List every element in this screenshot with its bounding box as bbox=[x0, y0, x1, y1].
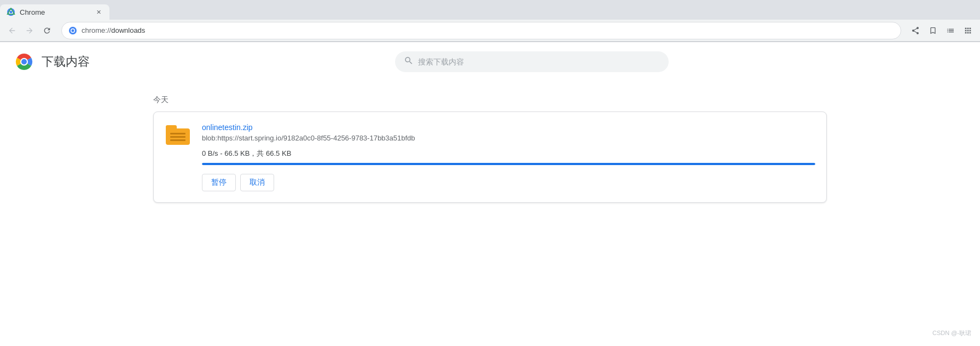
download-filename[interactable]: onlinetestin.zip bbox=[202, 123, 815, 132]
url-path: downloads bbox=[111, 26, 145, 34]
url-scheme: chrome:// bbox=[82, 26, 111, 34]
download-url: blob:https://start.spring.io/9182a0c0-8f… bbox=[202, 134, 815, 142]
download-card: onlinetestin.zip blob:https://start.spri… bbox=[153, 112, 827, 203]
reading-list-button[interactable] bbox=[943, 23, 958, 38]
cancel-button[interactable]: 取消 bbox=[240, 174, 274, 191]
search-icon bbox=[404, 56, 414, 68]
nav-bar: chrome://downloads bbox=[0, 20, 980, 42]
share-icon bbox=[911, 26, 920, 35]
tab-close-button[interactable]: ✕ bbox=[94, 8, 103, 16]
toolbar-icons bbox=[908, 23, 976, 38]
section-today-heading: 今天 bbox=[153, 95, 827, 105]
forward-icon bbox=[25, 26, 34, 35]
reload-icon bbox=[43, 26, 51, 35]
download-info: onlinetestin.zip blob:https://start.spri… bbox=[202, 123, 815, 191]
browser-chrome: Chrome ✕ bbox=[0, 0, 980, 42]
page-header: 下载内容 bbox=[0, 42, 980, 82]
page-content: 下载内容 今天 bbox=[0, 42, 980, 346]
search-input[interactable] bbox=[418, 57, 660, 66]
download-progress-text: 0 B/s - 66.5 KB，共 66.5 KB bbox=[202, 149, 815, 159]
bookmark-icon bbox=[929, 26, 937, 35]
download-actions: 暂停 取消 bbox=[202, 174, 815, 191]
progress-bar-fill bbox=[202, 163, 815, 165]
bookmark-button[interactable] bbox=[925, 23, 941, 38]
svg-point-7 bbox=[21, 59, 27, 64]
back-button[interactable] bbox=[4, 23, 20, 38]
watermark: CSDN @-耿珺 bbox=[932, 329, 971, 337]
share-button[interactable] bbox=[908, 23, 923, 38]
search-container bbox=[96, 51, 967, 72]
zip-folder-icon bbox=[166, 125, 190, 145]
address-bar[interactable]: chrome://downloads bbox=[61, 22, 901, 39]
reading-list-icon bbox=[946, 26, 955, 35]
progress-bar-container bbox=[202, 163, 815, 165]
search-bar[interactable] bbox=[395, 51, 669, 72]
forward-button[interactable] bbox=[22, 23, 37, 38]
tab-bar: Chrome ✕ bbox=[0, 0, 980, 20]
active-tab[interactable]: Chrome ✕ bbox=[0, 4, 109, 20]
window-icon bbox=[964, 26, 972, 35]
chrome-logo bbox=[13, 51, 35, 73]
page-title: 下载内容 bbox=[42, 54, 90, 70]
downloads-area: 今天 onlinetestin.zip bbox=[0, 82, 980, 216]
address-bar-text: chrome://downloads bbox=[82, 26, 894, 34]
tab-title: Chrome bbox=[20, 8, 90, 16]
svg-point-5 bbox=[72, 29, 74, 32]
window-button[interactable] bbox=[960, 23, 976, 38]
address-bar-favicon bbox=[68, 26, 77, 35]
tab-favicon bbox=[7, 8, 15, 16]
reload-button[interactable] bbox=[39, 23, 55, 38]
back-icon bbox=[8, 26, 16, 35]
svg-point-2 bbox=[10, 11, 13, 14]
pause-button[interactable]: 暂停 bbox=[202, 174, 236, 191]
download-icon-wrapper bbox=[165, 123, 191, 145]
